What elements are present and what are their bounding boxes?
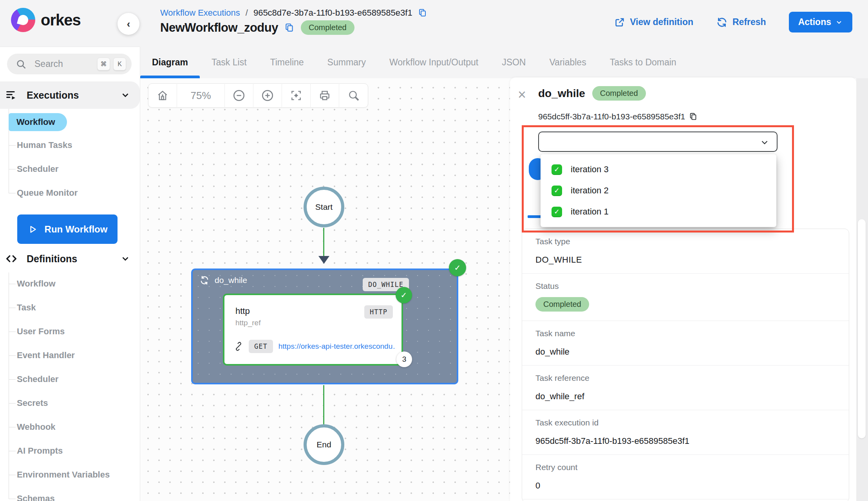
field-row-task-reference: Task reference do_while_ref [522,366,849,410]
main-tabs: Diagram Task List Timeline Summary Workf… [140,47,868,78]
iteration-option-1[interactable]: ✓ iteration 1 [541,201,776,222]
sidebar-item-event-handler[interactable]: Event Handler [0,347,75,364]
iteration-dropdown-menu: ✓ iteration 3 ✓ iteration 2 ✓ iteration … [541,154,776,227]
sidebar-item-environment-variables[interactable]: Environment Variables [0,466,110,483]
sidebar-item-webhook[interactable]: Webhook [0,418,56,436]
http-task-node[interactable]: http http_ref HTTP GET https://orkes-api… [223,294,403,366]
definitions-section-title: Definitions [27,253,120,265]
iteration-select[interactable] [538,132,778,152]
home-icon [156,89,169,102]
sidebar-item-workflow-definitions[interactable]: Workflow [0,275,56,292]
checkbox-checked-icon: ✓ [552,164,562,175]
breadcrumb-parent-link[interactable]: Workflow Executions [160,8,240,18]
link-icon [234,342,243,351]
shortcut-k-key: K [113,58,126,70]
do-while-node-header: do_while [199,275,247,286]
chevron-down-icon [760,137,770,148]
print-button[interactable] [311,83,339,108]
iteration-option-2[interactable]: ✓ iteration 2 [541,180,776,201]
top-header: orkes ‹ Workflow Executions / 965c8d7e-3… [0,0,868,47]
tab-json[interactable]: JSON [490,47,537,78]
panel-scrollbar-thumb[interactable] [858,219,866,438]
checkbox-checked-icon: ✓ [552,207,562,217]
home-button[interactable] [148,83,177,108]
tab-tasks-to-domain[interactable]: Tasks to Domain [598,47,688,78]
sidebar-item-user-forms[interactable]: User Forms [0,323,65,340]
tab-task-list[interactable]: Task List [200,47,258,78]
zoom-in-button[interactable] [253,83,282,108]
tab-variables[interactable]: Variables [537,47,598,78]
close-icon[interactable]: × [518,88,526,102]
edge-arrowhead [318,256,329,264]
orkes-logo[interactable]: orkes [11,8,81,32]
field-row-task-name: Task name do_while [522,321,849,366]
loop-icon [199,275,210,286]
search-diagram-button[interactable] [339,83,368,108]
search-input[interactable]: Search ⌘ K [7,54,132,74]
sidebar-item-queue-monitor[interactable]: Queue Monitor [0,184,78,202]
refresh-button[interactable]: Refresh [716,16,766,28]
zoom-out-icon [232,89,246,102]
actions-button[interactable]: Actions [789,12,852,32]
checkbox-checked-icon: ✓ [552,186,562,196]
refresh-icon [716,16,728,28]
start-node[interactable]: Start [304,187,344,227]
copy-icon[interactable] [418,8,427,18]
external-link-icon [614,17,625,28]
executions-tree: Workflow Human Tasks Scheduler Queue Mon… [0,109,140,211]
http-method-badge: GET [249,340,273,353]
loop-iteration-count-bubble[interactable]: 3 [396,351,412,367]
start-node-label: Start [315,202,333,212]
refresh-label: Refresh [732,17,766,27]
diagram-toolbar: 75% [148,83,368,108]
orkes-logo-text: orkes [41,11,81,29]
sidebar-section-definitions[interactable]: Definitions [0,245,140,272]
http-task-name: http [235,306,250,316]
edge-start-to-loop [323,228,324,257]
fit-view-button[interactable] [282,83,311,108]
task-execution-id-row: 965dc5ff-3b7a-11f0-b193-e6589585e3f1 [538,112,698,121]
iteration-option-3[interactable]: ✓ iteration 3 [541,159,776,180]
workflow-status-badge: Completed [301,20,354,35]
sidebar-item-human-tasks[interactable]: Human Tasks [0,137,72,154]
sidebar-item-workflow-executions[interactable]: Workflow [9,113,67,131]
task-status-badge: Completed [592,86,646,101]
sidebar-item-task[interactable]: Task [0,299,36,316]
end-node-label: End [316,440,331,449]
sidebar-collapse-button[interactable]: ‹ [118,13,139,35]
run-workflow-button[interactable]: Run Workflow [17,214,118,244]
shortcut-cmd-key: ⌘ [97,58,110,70]
sidebar-item-schemas[interactable]: Schemas [0,490,55,501]
http-url-link[interactable]: https://orkes-api-tester.orkescondu… [278,342,396,351]
chevron-down-icon[interactable] [120,90,130,100]
sidebar-item-secrets[interactable]: Secrets [0,395,48,412]
chevron-left-icon: ‹ [127,18,130,30]
tab-summary[interactable]: Summary [316,47,378,78]
http-task-success-icon: ✓ [396,287,412,303]
view-definition-button[interactable]: View definition [614,17,693,28]
print-icon [318,89,331,102]
task-panel-header: do_while Completed [538,86,646,101]
field-row-task-type: Task type DO_WHILE [522,229,849,274]
workflow-title-row: NewWorkflow_zoduy Completed [160,20,354,35]
zoom-out-button[interactable] [225,83,253,108]
chevron-down-icon [835,18,843,26]
sidebar-item-scheduler-executions[interactable]: Scheduler [0,160,58,178]
do-while-task-node[interactable]: do_while DO_WHILE http http_ref HTTP GET… [191,269,458,384]
actions-label: Actions [798,17,831,27]
sidebar-item-ai-prompts[interactable]: AI Prompts [0,442,63,460]
tab-workflow-input-output[interactable]: Workflow Input/Output [378,47,490,78]
panel-scrollbar-track[interactable] [856,78,868,501]
executions-section-title: Executions [27,90,120,101]
do-while-success-icon: ✓ [449,259,466,276]
copy-icon[interactable] [284,23,295,33]
http-task-ref: http_ref [235,319,260,327]
sidebar-section-executions[interactable]: Executions [0,81,140,109]
copy-icon[interactable] [689,112,698,121]
sidebar-item-scheduler-definitions[interactable]: Scheduler [0,371,58,388]
tab-diagram[interactable]: Diagram [140,47,200,78]
end-node[interactable]: End [304,424,344,465]
http-endpoint-row: GET https://orkes-api-tester.orkescondu… [234,340,396,353]
chevron-down-icon[interactable] [120,254,130,264]
tab-timeline[interactable]: Timeline [259,47,316,78]
